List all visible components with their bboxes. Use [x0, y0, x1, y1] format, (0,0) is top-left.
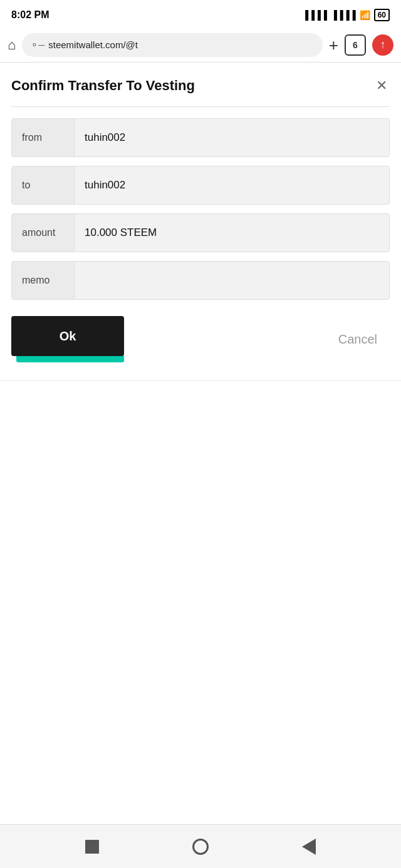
to-field-row: to tuhin002: [11, 166, 390, 205]
signal-icon-1: ▐▐▐▐: [302, 10, 327, 20]
nav-home-button[interactable]: [190, 837, 211, 857]
cancel-button[interactable]: Cancel: [326, 326, 390, 353]
home-button[interactable]: ⌂: [8, 38, 16, 52]
dialog-card: Confirm Transfer To Vesting ✕ from tuhin…: [0, 63, 401, 380]
ok-button[interactable]: Ok: [11, 316, 124, 356]
update-button[interactable]: ↑: [372, 34, 393, 56]
status-icons: ▐▐▐▐ ▐▐▐▐ 📶 60: [302, 9, 390, 21]
status-time: 8:02 PM: [11, 9, 49, 21]
page-content: Confirm Transfer To Vesting ✕ from tuhin…: [0, 63, 401, 603]
browser-nav-bar: ⌂ ⚬─ steemitwallet.com/@t + 6 ↑: [0, 28, 401, 63]
tabs-button[interactable]: 6: [345, 34, 366, 56]
dialog-title: Confirm Transfer To Vesting: [11, 78, 195, 94]
url-text: steemitwallet.com/@t: [48, 39, 314, 50]
tabs-count: 6: [353, 40, 358, 50]
from-field-row: from tuhin002: [11, 118, 390, 157]
to-value: tuhin002: [75, 179, 389, 191]
dialog-header: Confirm Transfer To Vesting ✕: [11, 76, 390, 95]
from-value: tuhin002: [75, 131, 389, 144]
close-button[interactable]: ✕: [373, 76, 390, 95]
amount-label: amount: [12, 214, 75, 252]
update-icon: ↑: [380, 38, 386, 51]
amount-field-row: amount 10.000 STEEM: [11, 213, 390, 252]
amount-value: 10.000 STEEM: [75, 227, 389, 239]
memo-label: memo: [12, 262, 75, 299]
ok-button-wrapper: Ok: [11, 316, 133, 362]
new-tab-button[interactable]: +: [329, 37, 338, 53]
stop-icon: [85, 840, 99, 854]
url-bar[interactable]: ⚬─ steemitwallet.com/@t: [22, 33, 323, 57]
wifi-icon: 📶: [360, 10, 370, 20]
nav-stop-button[interactable]: [82, 837, 102, 857]
page-spacer: [0, 603, 401, 825]
dialog-buttons-row: Ok Cancel: [11, 316, 390, 362]
signal-icon-2: ▐▐▐▐: [331, 10, 356, 20]
status-bar: 8:02 PM ▐▐▐▐ ▐▐▐▐ 📶 60: [0, 0, 401, 28]
back-icon: [302, 839, 316, 855]
home-circle-icon: [192, 839, 209, 855]
battery-indicator: 60: [374, 9, 390, 21]
nav-back-button[interactable]: [299, 837, 319, 857]
url-security-icon: ⚬─: [31, 40, 44, 50]
dialog-divider: [11, 106, 390, 107]
bottom-nav: [0, 824, 401, 868]
from-label: from: [12, 119, 75, 156]
to-label: to: [12, 166, 75, 204]
memo-field-row: memo: [11, 261, 390, 300]
